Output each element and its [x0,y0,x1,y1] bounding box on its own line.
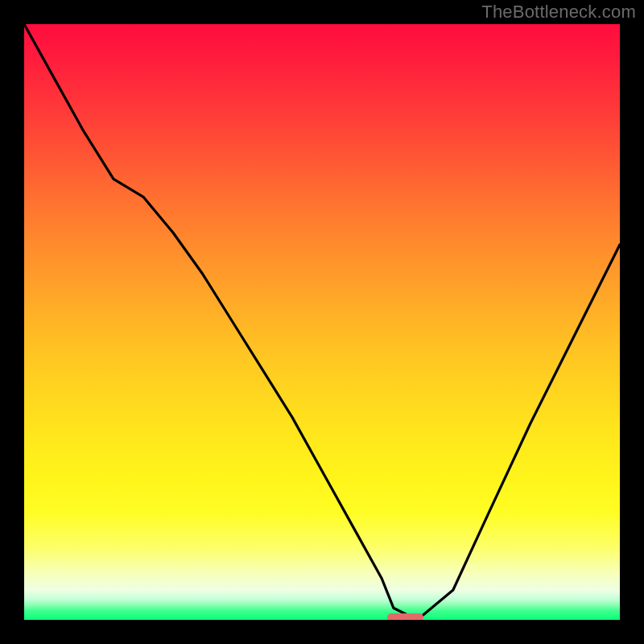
chart-container: TheBottleneck.com [0,0,644,644]
chart-border-left [0,0,24,644]
bottleneck-curve [24,24,620,620]
attribution-text: TheBottleneck.com [481,2,636,23]
optimal-marker [387,613,423,620]
chart-border-bottom [0,620,644,644]
plot-area [24,24,620,620]
chart-border-right [620,0,644,644]
